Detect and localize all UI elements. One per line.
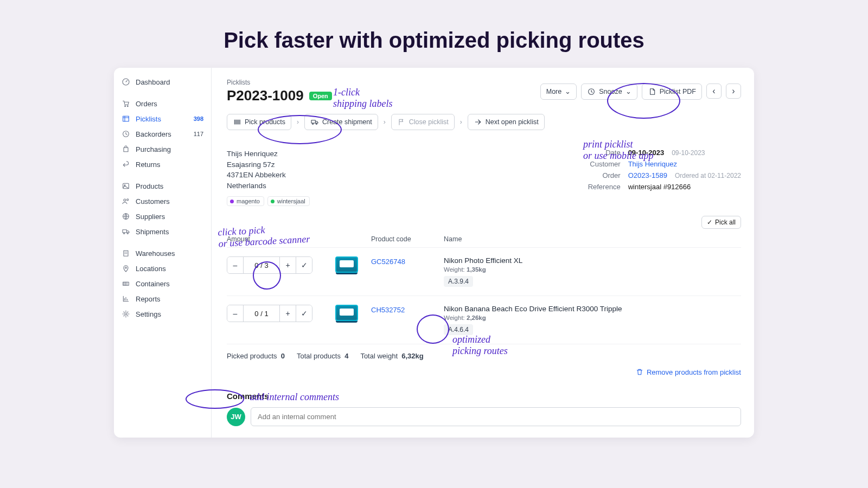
svg-point-8 bbox=[127, 199, 129, 201]
return-icon bbox=[122, 160, 130, 169]
clock-icon bbox=[122, 130, 130, 138]
table-header: Amount Product code Name bbox=[227, 235, 741, 248]
nav-locations[interactable]: Locations bbox=[114, 261, 211, 276]
more-button[interactable]: More⌄ bbox=[540, 84, 577, 100]
chevron-left-icon: ‹ bbox=[712, 86, 715, 96]
next-button[interactable]: › bbox=[726, 84, 741, 99]
col-name: Name bbox=[444, 235, 741, 243]
nav-label: Customers bbox=[136, 197, 170, 206]
nav-dashboard[interactable]: Dashboard bbox=[114, 74, 211, 89]
next-open-button[interactable]: Next open picklist bbox=[468, 114, 545, 130]
product-code-link[interactable]: CH532752 bbox=[371, 306, 405, 314]
create-shipment-button[interactable]: Create shipment bbox=[304, 114, 378, 130]
nav-warehouses[interactable]: Warehouses bbox=[114, 246, 211, 261]
meta-label: Reference bbox=[578, 183, 621, 191]
tag-magento[interactable]: magento bbox=[227, 196, 264, 206]
weight-label: Weight: bbox=[444, 266, 465, 273]
building-icon bbox=[122, 249, 130, 258]
nav-label: Picklists bbox=[136, 115, 161, 123]
close-picklist-button[interactable]: Close picklist bbox=[391, 114, 455, 130]
backorders-count: 117 bbox=[194, 131, 203, 137]
flag-icon bbox=[397, 118, 406, 126]
nav-shipments[interactable]: Shipments bbox=[114, 224, 211, 239]
nav-purchasing[interactable]: Purchasing bbox=[114, 142, 211, 157]
nav-label: Products bbox=[136, 182, 163, 190]
customer-link[interactable]: Thijs Henriquez bbox=[628, 160, 677, 168]
nav-products[interactable]: Products bbox=[114, 178, 211, 194]
chevron-right-icon: › bbox=[296, 118, 300, 126]
nav-label: Warehouses bbox=[136, 249, 175, 258]
pick-products-button[interactable]: Pick products bbox=[227, 114, 291, 130]
picked-label: Picked products bbox=[227, 352, 277, 360]
status-badge: Open bbox=[309, 92, 332, 100]
confirm-button[interactable]: ✓ bbox=[296, 305, 312, 322]
nav-suppliers[interactable]: Suppliers bbox=[114, 209, 211, 224]
order-sub: Ordered at 02-11-2022 bbox=[675, 172, 741, 179]
picklists-count: 398 bbox=[194, 115, 203, 122]
remove-link[interactable]: Remove products from picklist bbox=[635, 368, 741, 376]
snooze-label: Snooze bbox=[599, 88, 622, 95]
col-code: Product code bbox=[368, 235, 444, 243]
increment-button[interactable]: + bbox=[279, 305, 296, 322]
product-code-link[interactable]: GC526748 bbox=[371, 258, 405, 266]
weight-label: Total weight bbox=[360, 352, 398, 360]
addr-street: Esajasring 57z bbox=[227, 159, 310, 170]
svg-point-13 bbox=[125, 267, 127, 268]
nav-label: Settings bbox=[136, 310, 161, 318]
pickall-label: Pick all bbox=[715, 219, 736, 226]
tag-label: magento bbox=[237, 198, 260, 204]
confirm-button[interactable]: ✓ bbox=[296, 257, 312, 273]
svg-point-17 bbox=[312, 123, 314, 124]
snooze-button[interactable]: Snooze⌄ bbox=[581, 84, 637, 100]
nav-label: Suppliers bbox=[136, 213, 165, 221]
decrement-button[interactable]: – bbox=[227, 257, 244, 273]
nav-backorders[interactable]: Backorders117 bbox=[114, 126, 211, 142]
nav-containers[interactable]: Containers bbox=[114, 276, 211, 291]
comments-heading: Comments bbox=[227, 391, 741, 401]
main-content: Picklists P2023-1009 Open More⌄ Snooze⌄ … bbox=[212, 68, 754, 438]
comment-input[interactable] bbox=[251, 407, 741, 426]
chevron-right-icon: › bbox=[459, 118, 463, 126]
meta-date-sub: 09-10-2023 bbox=[672, 149, 705, 157]
product-thumbnail bbox=[335, 305, 358, 321]
product-thumbnail bbox=[335, 256, 358, 273]
cart-icon bbox=[122, 99, 130, 108]
prev-button[interactable]: ‹ bbox=[706, 84, 722, 99]
chevron-down-icon: ⌄ bbox=[626, 87, 631, 95]
svg-point-15 bbox=[125, 313, 127, 315]
sidebar: Dashboard Orders Picklists398 Backorders… bbox=[114, 68, 212, 438]
tag-wintersjaal[interactable]: wintersjaal bbox=[267, 196, 310, 206]
nav-settings[interactable]: Settings bbox=[114, 306, 211, 322]
dot-icon bbox=[271, 200, 275, 203]
nav-label: Containers bbox=[136, 280, 170, 288]
qty-value: 0 / 1 bbox=[244, 305, 279, 322]
breadcrumb[interactable]: Picklists bbox=[227, 79, 332, 86]
clock-icon bbox=[587, 87, 596, 96]
product-name: Nikon Banana Beach Eco Drive Efficient R… bbox=[444, 305, 741, 313]
chevron-right-icon: › bbox=[732, 86, 735, 96]
nav-orders[interactable]: Orders bbox=[114, 96, 211, 111]
nav-customers[interactable]: Customers bbox=[114, 194, 211, 209]
list-icon bbox=[122, 114, 130, 123]
image-icon bbox=[122, 182, 130, 190]
page-headline: Pick faster with optimized picking route… bbox=[0, 0, 868, 68]
step-label: Next open picklist bbox=[486, 118, 539, 126]
svg-point-7 bbox=[124, 199, 126, 201]
meta-label: Customer bbox=[578, 160, 621, 168]
increment-button[interactable]: + bbox=[279, 257, 296, 273]
nav-label: Locations bbox=[136, 265, 166, 273]
meta-label: Order bbox=[578, 171, 621, 179]
order-link[interactable]: O2023-1589 bbox=[628, 171, 667, 179]
pick-all-button[interactable]: ✓Pick all bbox=[701, 216, 741, 229]
chevron-right-icon: › bbox=[382, 118, 387, 126]
file-icon bbox=[648, 87, 656, 96]
nav-label: Orders bbox=[136, 100, 157, 108]
nav-returns[interactable]: Returns bbox=[114, 157, 211, 172]
nav-picklists[interactable]: Picklists398 bbox=[114, 111, 211, 126]
bag-icon bbox=[122, 145, 130, 153]
picklist-pdf-button[interactable]: Picklist PDF bbox=[642, 84, 702, 100]
barcode-icon bbox=[233, 118, 241, 126]
weight-value: 1,35kg bbox=[467, 266, 486, 273]
decrement-button[interactable]: – bbox=[227, 305, 244, 322]
nav-reports[interactable]: Reports bbox=[114, 291, 211, 306]
